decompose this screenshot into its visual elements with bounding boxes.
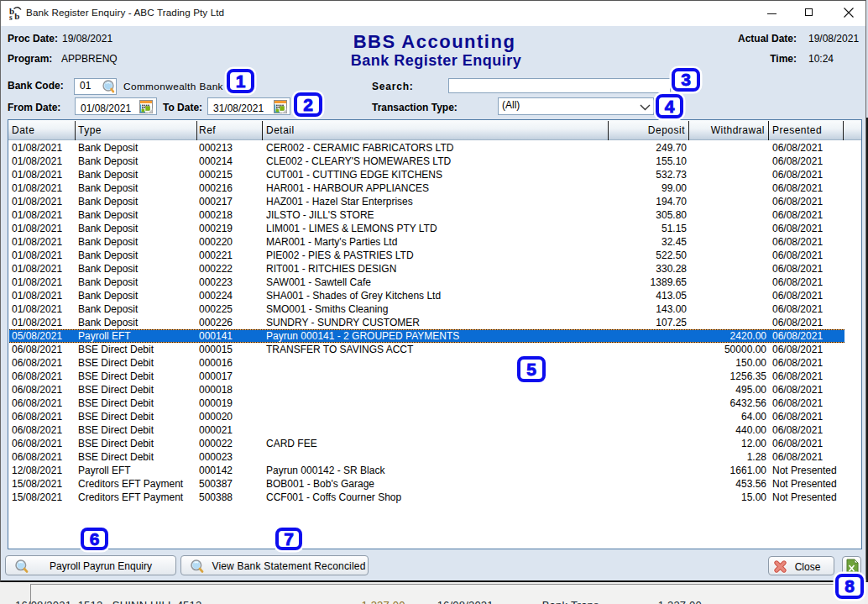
svg-text:b: b (14, 11, 19, 21)
svg-text:s: s (9, 13, 13, 21)
